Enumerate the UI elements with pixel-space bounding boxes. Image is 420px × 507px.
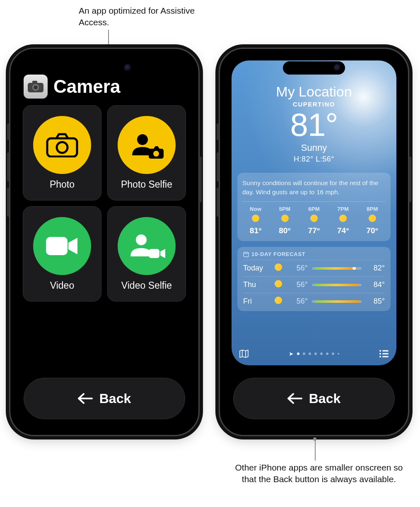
side-button	[217, 123, 219, 140]
side-button	[409, 157, 411, 202]
selfie-camera-icon	[118, 116, 176, 174]
svg-point-6	[137, 134, 148, 145]
hour-temp: 74°	[330, 226, 356, 235]
hour-temp: 77°	[301, 226, 327, 235]
side-button	[7, 152, 10, 181]
camera-title: Camera	[53, 76, 120, 97]
hour-item: 7PM 74°	[330, 206, 356, 235]
back-button[interactable]: Back	[233, 378, 395, 419]
weather-mylocation: My Location	[232, 84, 396, 100]
calendar-icon	[243, 251, 249, 257]
svg-point-8	[153, 151, 159, 157]
back-arrow-icon	[287, 393, 302, 404]
forecast-day: Today	[243, 264, 268, 273]
phone-right: My Location CUPERTINO 81° Sunny H:82° L:…	[219, 48, 409, 436]
svg-rect-9	[46, 237, 68, 255]
side-button	[7, 123, 10, 140]
forecast-low: 56°	[289, 280, 308, 289]
forecast-day: Fri	[243, 297, 268, 306]
hour-temp: 70°	[359, 226, 386, 235]
forecast-high: 82°	[366, 264, 385, 273]
photo-selfie-tile[interactable]: Photo Selfie	[107, 105, 186, 200]
hour-time: 5PM	[271, 206, 298, 212]
back-button[interactable]: Back	[24, 378, 185, 419]
sun-icon	[242, 215, 269, 224]
side-button	[199, 157, 202, 202]
forecast-high: 84°	[366, 280, 385, 289]
hour-time: 6PM	[301, 206, 327, 212]
photo-tile[interactable]: Photo	[23, 105, 101, 200]
camera-app: Camera Photo	[15, 54, 193, 430]
svg-point-14	[379, 350, 381, 352]
page-indicator[interactable]: ➤	[289, 350, 339, 357]
svg-rect-15	[382, 350, 389, 352]
back-label: Back	[309, 391, 341, 406]
svg-rect-17	[382, 353, 389, 355]
back-label: Back	[99, 391, 131, 406]
svg-rect-1	[32, 81, 37, 84]
sun-icon	[272, 297, 285, 306]
callout-dot-bottom	[313, 437, 316, 441]
svg-rect-19	[382, 356, 389, 357]
video-icon	[33, 217, 91, 275]
svg-point-16	[379, 353, 381, 355]
forecast-row: Today 56° 82°	[243, 260, 385, 276]
selfie-video-icon	[118, 217, 176, 275]
hour-temp: 81°	[242, 226, 269, 235]
sun-icon	[359, 215, 386, 224]
forecast-title: 10-DAY FORECAST	[243, 251, 385, 257]
forecast-row: Fri 56° 85°	[243, 293, 385, 309]
callout-top: An app optimized for Assistive Access.	[79, 5, 203, 29]
svg-point-18	[379, 356, 381, 357]
svg-point-5	[57, 142, 68, 153]
dynamic-island	[73, 61, 135, 75]
weather-hourly-panel[interactable]: Sunny conditions will continue for the r…	[237, 173, 391, 241]
forecast-high: 85°	[366, 297, 385, 306]
camera-grid: Photo Photo	[15, 103, 193, 302]
sun-icon	[330, 215, 356, 224]
phone-screen-right: My Location CUPERTINO 81° Sunny H:82° L:…	[225, 54, 403, 430]
sun-icon	[272, 280, 285, 290]
video-selfie-tile[interactable]: Video Selfie	[107, 206, 186, 302]
forecast-bar	[312, 284, 362, 286]
callout-line-top	[108, 30, 109, 49]
weather-condition: Sunny	[232, 142, 396, 153]
forecast-day: Thu	[243, 280, 268, 289]
forecast-low: 56°	[289, 297, 308, 306]
weather-temperature: 81°	[232, 109, 396, 141]
location-arrow-icon: ➤	[289, 350, 294, 357]
camera-icon	[33, 116, 91, 174]
weather-forecast-panel[interactable]: 10-DAY FORECAST Today 56° 82° Thu 56° 84…	[237, 247, 391, 311]
tile-label: Video Selfie	[121, 280, 172, 291]
hour-temp: 80°	[271, 226, 298, 235]
dynamic-island	[283, 61, 345, 75]
callout-bottom: Other iPhone apps are smaller onscreen s…	[232, 462, 406, 485]
weather-app-window: My Location CUPERTINO 81° Sunny H:82° L:…	[232, 60, 396, 365]
svg-rect-11	[149, 249, 159, 258]
tile-label: Photo Selfie	[121, 179, 172, 190]
hour-time: 8PM	[359, 206, 386, 212]
weather-footer: ➤	[232, 345, 396, 362]
weather-hilo: H:82° L:56°	[232, 155, 396, 164]
hour-item: Now 81°	[242, 206, 269, 235]
map-icon[interactable]	[239, 349, 249, 358]
weather-header: My Location CUPERTINO 81° Sunny H:82° L:…	[232, 60, 396, 164]
forecast-low: 56°	[289, 264, 308, 273]
side-button	[7, 188, 10, 217]
list-icon[interactable]	[379, 350, 389, 358]
hour-item: 6PM 77°	[301, 206, 327, 235]
side-button	[217, 152, 219, 181]
forecast-row: Thu 56° 84°	[243, 276, 385, 293]
sun-icon	[271, 215, 298, 224]
tile-label: Video	[50, 280, 74, 291]
forecast-bar	[312, 300, 362, 303]
sun-icon	[301, 215, 327, 224]
sun-icon	[272, 263, 285, 273]
phone-left: Camera Photo	[9, 48, 200, 436]
forecast-title-label: 10-DAY FORECAST	[251, 251, 305, 257]
hour-time: Now	[242, 206, 269, 212]
phone-screen-left: Camera Photo	[15, 54, 193, 430]
svg-point-10	[136, 234, 147, 245]
video-tile[interactable]: Video	[23, 206, 101, 302]
forecast-bar	[312, 267, 362, 270]
